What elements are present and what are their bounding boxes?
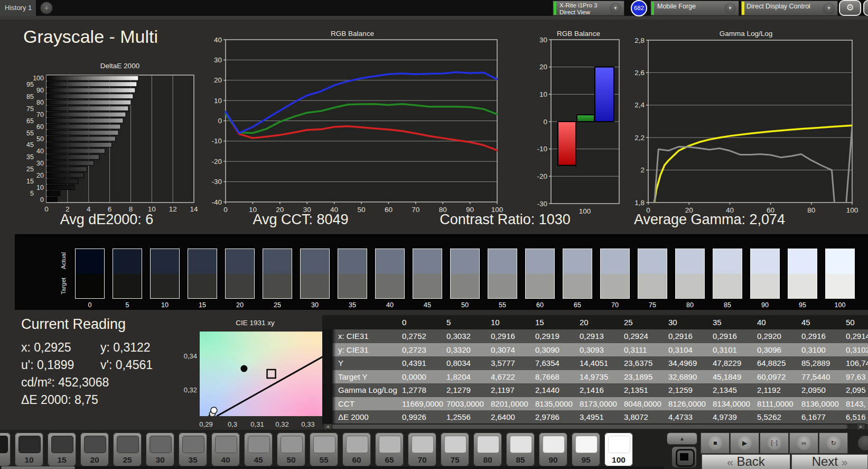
table-cell: 0,4391 bbox=[399, 356, 443, 370]
patch-button-55[interactable]: 55 bbox=[310, 433, 338, 466]
patch-scrollbar-thumb[interactable] bbox=[1, 466, 75, 469]
cie-ytick: 0,32 bbox=[177, 386, 197, 394]
table-column-header: 10 bbox=[488, 315, 532, 329]
grayscale-swatch-80 bbox=[675, 249, 705, 299]
table-cell: 8143, bbox=[843, 397, 868, 411]
cie-chart-overlay bbox=[200, 332, 328, 416]
table-cell: 0,2914 bbox=[843, 329, 868, 343]
patch-button-75[interactable]: 75 bbox=[441, 433, 469, 466]
stop-button[interactable]: ■ bbox=[701, 433, 730, 454]
table-row: CCT11669,00007003,00008201,00008135,0000… bbox=[322, 397, 868, 411]
gear-icon[interactable]: ⚙ bbox=[839, 0, 861, 16]
single-measure-button[interactable]: [··] bbox=[760, 433, 789, 454]
patch-button-40[interactable]: 40 bbox=[211, 433, 240, 466]
cie-xtick: 0,31 bbox=[247, 420, 268, 428]
table-row: Gamma Log/Log1,27782,12792,11972,14402,1… bbox=[322, 383, 868, 397]
partial-round-button[interactable] bbox=[858, 436, 868, 450]
svg-text:75: 75 bbox=[26, 105, 34, 113]
table-cell: 0,3101 bbox=[710, 343, 754, 357]
patch-button-100[interactable]: 100 bbox=[604, 433, 633, 466]
display-control-dropdown[interactable]: Direct Display Control ▼ bbox=[741, 1, 838, 16]
swatch-level-label: 95 bbox=[788, 301, 817, 309]
swatch-level-label: 10 bbox=[150, 301, 180, 309]
refresh-button[interactable]: ↻ bbox=[819, 433, 848, 454]
partial-toolbar-button[interactable] bbox=[863, 0, 868, 16]
swatch-actual bbox=[713, 249, 742, 274]
stat-avg-de: Avg dE2000: 6 bbox=[22, 211, 191, 228]
single-measure-icon: [··] bbox=[768, 436, 781, 450]
back-button[interactable]: « Back bbox=[702, 454, 790, 469]
play-button[interactable]: ▶ bbox=[730, 433, 759, 454]
reading-u: 0,1899 bbox=[37, 358, 74, 372]
svg-text:70: 70 bbox=[412, 206, 419, 214]
svg-text:0: 0 bbox=[40, 196, 44, 204]
patch-swatch bbox=[313, 436, 335, 453]
table-cell: 47,8229 bbox=[710, 356, 754, 370]
patch-button-25[interactable]: 25 bbox=[113, 433, 142, 466]
patch-button-30[interactable]: 30 bbox=[146, 433, 174, 466]
swatch-target bbox=[263, 274, 292, 299]
scroll-left-icon[interactable]: ◀ bbox=[324, 424, 331, 429]
swatch-target bbox=[151, 274, 179, 299]
patch-button-85[interactable]: 85 bbox=[506, 433, 535, 466]
table-scrollbar-thumb[interactable] bbox=[332, 425, 847, 429]
patch-button-95[interactable]: 95 bbox=[572, 433, 600, 466]
chevron-down-icon[interactable]: ▼ bbox=[823, 3, 835, 14]
window-pattern-button[interactable] bbox=[672, 447, 696, 467]
swatch-actual bbox=[751, 249, 779, 274]
patch-button-65[interactable]: 65 bbox=[375, 433, 404, 466]
patch-button-5[interactable]: 5 bbox=[0, 433, 11, 466]
table-cell: 0,3104 bbox=[665, 343, 710, 357]
patch-button-70[interactable]: 70 bbox=[408, 433, 436, 466]
patch-button-60[interactable]: 60 bbox=[342, 433, 371, 466]
grayscale-swatch-20 bbox=[225, 249, 255, 299]
tab-history[interactable]: History 1 bbox=[0, 0, 36, 16]
table-cell: 0,2919 bbox=[532, 329, 576, 343]
next-button[interactable]: Next » bbox=[791, 454, 868, 469]
chevron-down-icon[interactable]: ▼ bbox=[724, 3, 736, 14]
reading-luminance: 452,3068 bbox=[58, 375, 109, 389]
table-corner bbox=[322, 315, 399, 329]
patch-button-50[interactable]: 50 bbox=[277, 433, 305, 466]
patch-scrollbar[interactable] bbox=[0, 466, 664, 469]
table-cell: 4,4733 bbox=[665, 410, 710, 424]
patch-button-10[interactable]: 10 bbox=[15, 433, 43, 466]
swatch-level-label: 25 bbox=[263, 301, 292, 309]
patch-button-90[interactable]: 90 bbox=[539, 433, 567, 466]
reading-y: 0,3122 bbox=[113, 341, 150, 354]
table-scrollbar[interactable]: ◀ ▶ bbox=[323, 424, 865, 430]
meter-dropdown[interactable]: X-Rite i1Pro 3 Direct View ▼ bbox=[553, 1, 624, 16]
swatch-target bbox=[826, 274, 854, 299]
table-cell: 0,9926 bbox=[399, 410, 443, 424]
patch-button-20[interactable]: 20 bbox=[80, 433, 109, 466]
continuous-measure-button[interactable]: ∞ bbox=[789, 433, 818, 454]
patch-swatch bbox=[412, 436, 434, 453]
patch-button-45[interactable]: 45 bbox=[244, 433, 273, 466]
source-accent bbox=[651, 2, 654, 15]
chevron-down-icon[interactable]: ▼ bbox=[610, 3, 621, 14]
patch-button-15[interactable]: 15 bbox=[48, 433, 76, 466]
swatch-target bbox=[113, 274, 142, 299]
add-tab-button[interactable]: + bbox=[40, 2, 53, 14]
scroll-right-icon[interactable]: ▶ bbox=[857, 424, 865, 429]
table-cell: 0,2916 bbox=[798, 329, 843, 343]
patch-button-35[interactable]: 35 bbox=[179, 433, 207, 466]
table-row-label: x: CIE31 bbox=[322, 329, 399, 343]
svg-text:10: 10 bbox=[539, 90, 547, 98]
swatch-level-label: 15 bbox=[188, 301, 217, 309]
table-cell: 1,2778 bbox=[399, 383, 443, 397]
swatch-target bbox=[526, 274, 554, 299]
source-dropdown[interactable]: Mobile Forge ▼ bbox=[650, 1, 739, 16]
svg-text:0: 0 bbox=[218, 117, 222, 125]
patch-swatch bbox=[346, 436, 368, 453]
table-column-header: 0 bbox=[399, 315, 443, 329]
svg-text:20: 20 bbox=[539, 63, 547, 71]
swatch-level-label: 30 bbox=[300, 301, 330, 309]
table-cell: 77,5440 bbox=[798, 370, 843, 384]
table-cell: 0,3102 bbox=[843, 343, 868, 357]
table-cell: 0,3032 bbox=[443, 329, 488, 343]
chevron-up-icon[interactable]: ▲ bbox=[667, 433, 697, 445]
patch-button-80[interactable]: 80 bbox=[473, 433, 502, 466]
window-square-icon bbox=[680, 453, 688, 461]
svg-text:25: 25 bbox=[26, 165, 34, 173]
